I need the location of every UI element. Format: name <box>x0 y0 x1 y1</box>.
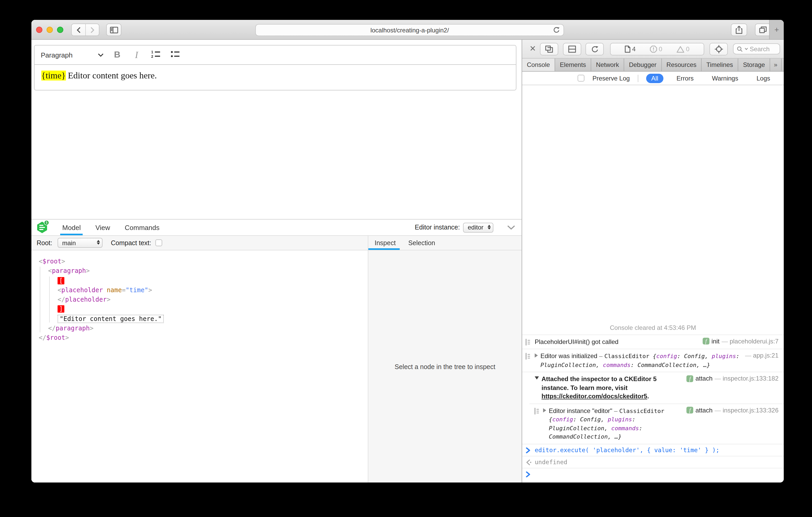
tab-model[interactable]: Model <box>55 219 88 235</box>
source-location-link[interactable]: placeholderui.js:7 <box>722 337 779 345</box>
compact-text-checkbox[interactable] <box>155 239 162 246</box>
disclosure-collapsed-icon[interactable] <box>535 354 538 358</box>
function-name[interactable]: attach <box>695 375 712 382</box>
element-picker-button[interactable] <box>709 43 728 55</box>
address-bar[interactable]: localhost/creating-a-plugin2/ <box>255 24 564 36</box>
sidebar-icon <box>110 26 118 33</box>
svg-text:2: 2 <box>151 54 153 58</box>
scope-errors[interactable]: Errors <box>671 73 699 83</box>
console-message-gutter <box>525 338 531 345</box>
tree-token-br: > <box>65 334 69 342</box>
tree-token-tag: placeholder <box>61 286 103 294</box>
scope-warnings[interactable]: Warnings <box>706 73 744 83</box>
tab-commands[interactable]: Commands <box>117 219 167 235</box>
devtools-reload-button[interactable] <box>585 43 604 55</box>
scope-all[interactable]: All <box>646 73 663 83</box>
plus-icon: + <box>774 25 779 34</box>
share-button[interactable] <box>731 24 747 36</box>
tree-node[interactable]: </placeholder> <box>37 295 368 304</box>
reload-button[interactable] <box>553 27 560 36</box>
console-input-echo[interactable]: editor.execute( 'placeholder', { value: … <box>522 444 784 456</box>
forward-button[interactable] <box>85 24 99 35</box>
devtools-tab-storage[interactable]: Storage <box>738 59 770 71</box>
tree-node[interactable]: </paragraph> <box>37 324 368 333</box>
tree-token-br: = <box>122 286 125 294</box>
italic-button[interactable]: I <box>131 50 142 60</box>
tree-node[interactable]: <$root> <box>37 257 368 266</box>
resource-summary-group[interactable]: 4 0 <box>610 43 704 55</box>
preserve-log-label: Preserve Log <box>592 74 630 82</box>
devtools-tab-debugger[interactable]: Debugger <box>624 59 662 71</box>
scope-logs[interactable]: Logs <box>751 73 775 83</box>
console-text-link[interactable]: https://ckeditor.com/docs/ckeditor5 <box>542 393 647 400</box>
placeholder-widget[interactable]: {time} <box>41 70 66 81</box>
editor-instance-select[interactable]: editor <box>463 222 493 232</box>
console-message-source: fattachinspector.js:133:182 <box>687 375 779 382</box>
tab-selection[interactable]: Selection <box>402 236 442 250</box>
console-message-gutter <box>534 408 540 415</box>
function-name[interactable]: init <box>712 337 720 345</box>
console-input-chevron-icon <box>526 448 530 453</box>
chevron-down-icon <box>98 53 104 57</box>
tab-view[interactable]: View <box>88 219 117 235</box>
tree-node[interactable]: [ <box>37 276 368 285</box>
preserve-log-checkbox[interactable] <box>578 75 585 82</box>
back-button[interactable] <box>72 24 85 35</box>
bulleted-list-button[interactable] <box>170 50 181 60</box>
tab-inspect[interactable]: Inspect <box>368 236 402 250</box>
tab-overview-button[interactable] <box>755 24 771 36</box>
tree-token-br: > <box>148 286 152 294</box>
minimize-window-button[interactable] <box>47 27 53 33</box>
tree-node[interactable]: <paragraph> <box>37 266 368 276</box>
console-prompt[interactable] <box>522 468 784 483</box>
close-devtools-button[interactable]: ✕ <box>529 44 536 53</box>
root-select[interactable]: main <box>58 238 103 248</box>
console-message-source: finitplaceholderui.js:7 <box>703 337 779 345</box>
devtools-search-field[interactable]: Search <box>733 43 780 54</box>
source-location-link[interactable]: inspector.js:133:326 <box>715 407 779 414</box>
collapse-inspector-button[interactable] <box>507 225 515 230</box>
disclosure-expanded-icon[interactable] <box>535 376 539 379</box>
function-name[interactable]: attach <box>695 407 712 414</box>
tree-token-tag: $root <box>42 258 61 265</box>
error-count: 0 <box>650 45 662 53</box>
chevron-left-icon <box>76 26 81 33</box>
console-message[interactable]: PlaceholderUI#init() got calledfinitplac… <box>522 334 784 349</box>
source-location-link[interactable]: inspector.js:133:182 <box>715 375 779 382</box>
tree-node[interactable]: </$root> <box>37 333 368 343</box>
detach-devtools-button[interactable] <box>540 43 558 55</box>
console-message[interactable]: Editor instance "editor" – ClassicEditor… <box>529 403 784 444</box>
console-message-source: app.js:21 <box>745 352 779 359</box>
tab-overflow-chevron[interactable]: » <box>770 59 781 71</box>
devtools-tab-elements[interactable]: Elements <box>555 59 591 71</box>
zoom-window-button[interactable] <box>57 27 63 33</box>
disclosure-collapsed-icon[interactable] <box>543 408 546 413</box>
console-cleared-notice: Console cleared at 4:53:46 PM <box>522 322 784 334</box>
console-message[interactable]: Attached the inspector to a CKEditor 5 i… <box>522 372 784 403</box>
svg-text:1: 1 <box>151 50 153 54</box>
source-location-link[interactable]: app.js:21 <box>745 352 779 359</box>
devtools-tab-console[interactable]: Console <box>522 59 555 71</box>
console-message[interactable]: Editor was initialized – ClassicEditor {… <box>522 349 784 372</box>
bold-button[interactable]: B <box>111 50 123 60</box>
devtools-tab-timelines[interactable]: Timelines <box>702 59 738 71</box>
add-devtools-tab-button[interactable]: + <box>782 59 784 71</box>
devtools-tab-network[interactable]: Network <box>591 59 624 71</box>
tree-node[interactable]: <placeholder name="time"> <box>37 285 368 295</box>
console-text-key: plugins <box>712 353 736 360</box>
close-window-button[interactable] <box>36 27 42 33</box>
dock-split-icon <box>568 45 576 53</box>
select-arrows-icon <box>97 240 100 245</box>
editor-content[interactable]: {time} Editor content goes here. <box>34 65 516 90</box>
paragraph-style-dropdown[interactable]: Paragraph <box>41 51 104 59</box>
new-tab-button[interactable]: + <box>769 20 784 39</box>
tree-token-marker: ] <box>58 306 64 313</box>
tree-node[interactable]: "Editor content goes here." <box>37 314 368 324</box>
tree-node[interactable]: ] <box>37 304 368 314</box>
dock-side-button[interactable] <box>563 43 581 55</box>
console-text-key: config <box>656 353 677 360</box>
numbered-list-button[interactable]: 1 2 <box>150 50 162 60</box>
sidebar-button[interactable] <box>106 24 121 36</box>
page-count-value: 4 <box>632 45 635 53</box>
devtools-tab-resources[interactable]: Resources <box>662 59 702 71</box>
